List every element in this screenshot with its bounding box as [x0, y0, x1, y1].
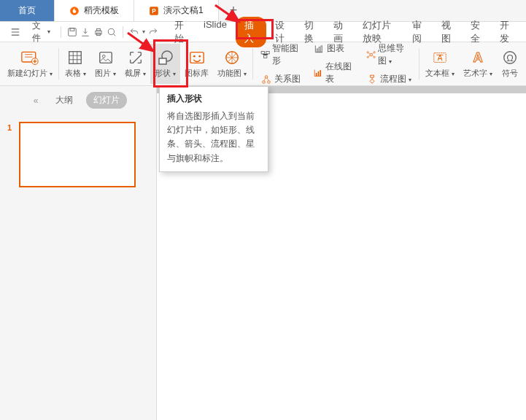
iconlib-icon [188, 49, 206, 66]
svg-rect-20 [261, 52, 264, 54]
smartart-icon [260, 50, 270, 60]
chart-icon [313, 44, 325, 54]
ribbon-textbox[interactable]: A 文本框 ▾ [421, 44, 459, 84]
svg-rect-27 [319, 47, 320, 52]
slide-thumb-1[interactable] [19, 122, 136, 187]
save-icon[interactable] [67, 26, 77, 38]
tooltip-title: 插入形状 [167, 93, 260, 105]
ribbon-shapes-label: 形状 ▾ [155, 68, 176, 79]
onlinechart-icon [313, 68, 322, 78]
ribbon-tab-security[interactable]: 安全 [463, 17, 491, 47]
slide-thumb-row: 1 [7, 122, 149, 187]
ribbon-toolbar: 新建幻灯片 ▾ 表格 ▾ 图片 ▾ 截屏 ▾ 形状 ▾ 图标库 [0, 42, 526, 86]
export-icon[interactable] [80, 26, 90, 38]
ribbon-new-slide-label: 新建幻灯片 ▾ [7, 68, 53, 79]
annotation-arrow-shapes [124, 29, 160, 66]
slides-sidebar: « 大纲 幻灯片 1 [0, 86, 157, 420]
ribbon-tab-start[interactable]: 开始 [167, 17, 195, 47]
svg-text:A: A [473, 50, 482, 65]
print-icon[interactable] [93, 26, 104, 38]
wordart-icon: A [469, 49, 487, 66]
ribbon-onlinechart[interactable]: 在线图表 [310, 59, 357, 87]
tab-home-label: 首页 [18, 4, 36, 17]
ribbon-chart-label: 图表 [327, 42, 344, 55]
ribbon-functiongraph-label: 功能图 ▾ [217, 68, 247, 79]
ribbon-smartart-label: 智能图形 [272, 42, 301, 67]
ribbon-col-charts1: 智能图形 关系图 [255, 44, 307, 84]
app-menu-icon[interactable] [6, 27, 25, 37]
ribbon-relationship[interactable]: 关系图 [258, 71, 304, 87]
new-slide-icon [21, 49, 39, 66]
svg-rect-37 [370, 75, 374, 77]
ribbon-iconlib[interactable]: 图标库 [180, 44, 213, 84]
sidebar-collapse[interactable]: « [29, 93, 43, 108]
ribbon-chart[interactable]: 图表 [310, 41, 357, 56]
svg-rect-21 [266, 52, 269, 54]
chevron-down-icon: ▾ [47, 28, 50, 35]
ribbon-col-charts3: 思维导图 ▾ 流程图 ▾ [360, 44, 418, 84]
ribbon-table-label: 表格 ▾ [65, 68, 86, 79]
slide-thumbnails: 1 [0, 114, 156, 195]
file-menu[interactable]: 文件 ▾ [28, 20, 55, 44]
ribbon-symbol-label: 符号 [502, 68, 518, 79]
fire-icon [69, 6, 80, 16]
ribbon-tab-view[interactable]: 视图 [434, 17, 462, 47]
svg-text:Ω: Ω [506, 52, 514, 63]
shapes-tooltip: 插入形状 将自选图形插入到当前幻灯片中，如矩形、线条、箭头、流程图、星与旗帜和标… [159, 86, 268, 172]
ribbon-iconlib-label: 图标库 [185, 68, 209, 79]
svg-rect-29 [316, 73, 317, 76]
symbol-icon: Ω [501, 49, 519, 66]
svg-rect-28 [321, 45, 322, 52]
ribbon-smartart[interactable]: 智能图形 [258, 41, 304, 69]
svg-text:P: P [152, 7, 156, 14]
tab-template-label: 稻壳模板 [84, 4, 119, 17]
svg-point-13 [102, 55, 105, 58]
ribbon-tab-dev[interactable]: 开发 [492, 17, 520, 47]
ribbon-functiongraph[interactable]: 功能图 ▾ [213, 44, 251, 84]
flowchart-icon [366, 74, 378, 85]
svg-rect-31 [320, 70, 322, 76]
svg-rect-11 [69, 52, 82, 64]
relationship-icon [260, 74, 272, 85]
svg-rect-6 [97, 28, 101, 31]
ribbon-table[interactable]: 表格 ▾ [61, 44, 90, 84]
tab-home[interactable]: 首页 [0, 0, 55, 21]
separator [58, 48, 59, 79]
table-icon [66, 49, 84, 66]
svg-point-17 [193, 55, 196, 58]
divider [61, 26, 61, 38]
ribbon-wordart-label: 艺术字 ▾ [463, 68, 492, 79]
ribbon-picture-label: 图片 ▾ [95, 68, 116, 79]
preview-icon[interactable] [107, 26, 117, 38]
svg-point-18 [198, 55, 201, 58]
ribbon-new-slide[interactable]: 新建幻灯片 ▾ [3, 44, 57, 84]
svg-point-8 [108, 28, 114, 34]
svg-rect-30 [318, 71, 320, 77]
mindmap-icon [366, 50, 376, 60]
sidebar-tab-slides[interactable]: 幻灯片 [86, 92, 127, 109]
ribbon-screenshot-label: 截屏 ▾ [125, 68, 146, 79]
file-bar: 文件 ▾ ▾ 开始 iSlide 插入 设计 切换 动画 幻灯片放映 审阅 视图… [0, 22, 526, 42]
svg-point-25 [268, 80, 271, 83]
tab-document-label: 演示文稿1 [163, 4, 204, 17]
ribbon-textbox-label: 文本框 ▾ [425, 68, 455, 79]
separator [419, 48, 419, 79]
ribbon-mindmap[interactable]: 思维导图 ▾ [363, 41, 415, 69]
svg-point-24 [263, 80, 266, 83]
ribbon-flowchart[interactable]: 流程图 ▾ [363, 71, 415, 87]
svg-rect-4 [70, 28, 74, 31]
ribbon-wordart[interactable]: A 艺术字 ▾ [459, 44, 497, 84]
tab-template[interactable]: 稻壳模板 [55, 0, 134, 21]
svg-rect-3 [69, 28, 77, 36]
ribbon-picture[interactable]: 图片 ▾ [90, 44, 120, 84]
ribbon-symbol[interactable]: Ω 符号 [497, 44, 523, 84]
divider [123, 26, 123, 38]
ribbon-onlinechart-label: 在线图表 [325, 61, 355, 85]
sidebar-tab-outline[interactable]: 大纲 [48, 92, 80, 109]
svg-rect-5 [96, 31, 101, 34]
annotation-arrow-insert [212, 1, 248, 31]
svg-rect-22 [264, 55, 267, 58]
picture-icon [97, 49, 115, 66]
file-menu-label: 文件 [32, 20, 46, 44]
svg-rect-26 [317, 49, 318, 52]
